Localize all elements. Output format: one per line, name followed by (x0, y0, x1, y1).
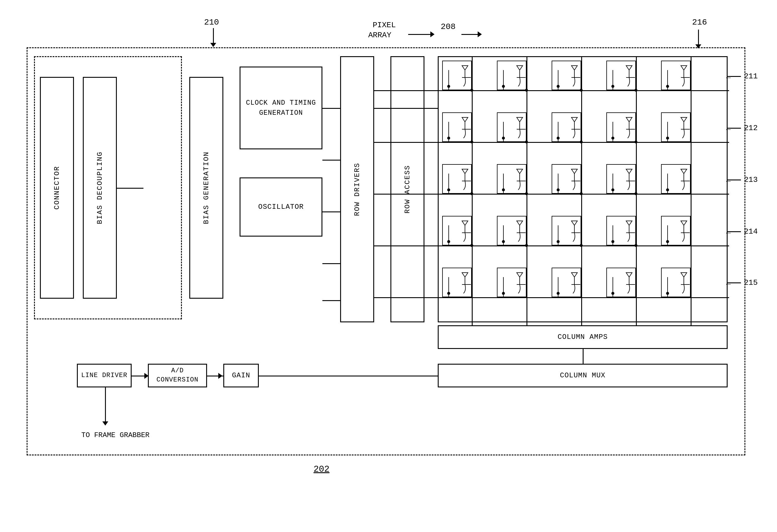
pixel-r5c4 (606, 268, 636, 297)
svg-point-79 (447, 240, 450, 243)
column-mux-block: COLUMN MUX (438, 364, 728, 387)
svg-marker-25 (462, 117, 468, 122)
svg-marker-90 (626, 221, 632, 225)
arrow-212: ← (726, 125, 731, 134)
svg-marker-80 (517, 221, 523, 225)
svg-marker-10 (571, 65, 577, 70)
arrow-213: ← (726, 177, 731, 186)
ref-216: 216 (692, 18, 707, 27)
arrow-215: ← (726, 280, 731, 289)
ref-213: 213 (744, 175, 758, 184)
svg-marker-0 (462, 65, 468, 70)
pixel-r5c1 (442, 268, 472, 297)
svg-point-119 (612, 292, 614, 295)
svg-point-34 (502, 137, 505, 140)
svg-marker-50 (462, 169, 468, 173)
pixel-r5c2 (497, 268, 527, 297)
svg-marker-65 (626, 169, 632, 173)
svg-marker-55 (517, 169, 523, 173)
svg-point-54 (447, 188, 450, 191)
ref-211: 211 (744, 72, 758, 81)
pixel-array-label: PIXEL (373, 21, 396, 29)
connector-block: CONNECTOR (40, 77, 74, 299)
arrow-211: ← (726, 73, 731, 82)
svg-point-69 (612, 188, 614, 191)
svg-marker-100 (462, 273, 468, 277)
bias-generation-block: BIAS GENERATION (189, 77, 223, 299)
pixel-r3c1 (442, 164, 472, 194)
row-access-block: ROW ACCESS (391, 56, 424, 322)
svg-marker-5 (517, 65, 523, 70)
svg-point-39 (557, 137, 560, 140)
svg-marker-70 (681, 169, 687, 173)
row-drivers-block: ROW DRIVERS (340, 56, 374, 322)
pixel-r3c3 (552, 164, 581, 194)
frame-grabber-label: TO FRAME GRABBER (81, 430, 149, 440)
arrow-214: ← (726, 229, 731, 238)
pixel-r4c1 (442, 216, 472, 245)
svg-point-59 (502, 188, 505, 191)
pixel-r3c5 (661, 164, 691, 194)
svg-point-44 (612, 137, 614, 140)
svg-marker-110 (571, 273, 577, 277)
pixel-r4c5 (661, 216, 691, 245)
svg-point-29 (447, 137, 450, 140)
pixel-r1c2 (497, 60, 527, 90)
ref-215: 215 (744, 278, 758, 287)
line-driver-block: LINE DRIVER (77, 364, 132, 387)
pixel-r4c4 (606, 216, 636, 245)
svg-marker-45 (681, 117, 687, 122)
pixel-r2c3 (552, 112, 581, 142)
oscillator-block: OSCILLATOR (240, 177, 322, 237)
svg-point-74 (666, 188, 669, 191)
svg-point-19 (612, 85, 614, 88)
svg-point-24 (666, 85, 669, 88)
pixel-r4c2 (497, 216, 527, 245)
pixel-r5c3 (552, 268, 581, 297)
svg-marker-115 (626, 273, 632, 277)
svg-marker-105 (517, 273, 523, 277)
pixel-array-label2: ARRAY (368, 31, 391, 40)
svg-point-124 (666, 292, 669, 295)
ad-conversion-block: A/D CONVERSION (148, 364, 207, 387)
ref-202: 202 (314, 464, 330, 474)
pixel-r2c2 (497, 112, 527, 142)
svg-marker-15 (626, 65, 632, 70)
pixel-r5c5 (661, 268, 691, 297)
ref-214: 214 (744, 227, 758, 236)
svg-marker-60 (571, 169, 577, 173)
svg-marker-75 (462, 221, 468, 225)
gain-block: GAIN (223, 364, 259, 387)
pixel-r2c5 (661, 112, 691, 142)
ref-212: 212 (744, 124, 758, 132)
svg-marker-40 (626, 117, 632, 122)
svg-point-9 (502, 85, 505, 88)
svg-point-114 (557, 292, 560, 295)
svg-point-49 (666, 137, 669, 140)
pixel-r1c5 (661, 60, 691, 90)
svg-point-84 (502, 240, 505, 243)
pixel-r1c3 (552, 60, 581, 90)
pixel-r4c3 (552, 216, 581, 245)
svg-marker-85 (571, 221, 577, 225)
column-amps-block: COLUMN AMPS (438, 325, 728, 349)
svg-point-14 (557, 85, 560, 88)
svg-point-89 (557, 240, 560, 243)
bias-decoupling-block: BIAS DECOUPLING (83, 77, 117, 299)
svg-marker-30 (517, 117, 523, 122)
pixel-r1c4 (606, 60, 636, 90)
clock-timing-block: CLOCK AND TIMING GENERATION (240, 66, 322, 149)
pixel-r3c4 (606, 164, 636, 194)
pixel-r1c1 (442, 60, 472, 90)
svg-point-64 (557, 188, 560, 191)
svg-point-104 (447, 292, 450, 295)
svg-point-109 (502, 292, 505, 295)
svg-point-99 (666, 240, 669, 243)
pixel-r2c1 (442, 112, 472, 142)
ref-208: 208 (441, 22, 455, 31)
svg-point-4 (447, 85, 450, 88)
svg-marker-120 (681, 273, 687, 277)
svg-marker-35 (571, 117, 577, 122)
pixel-r2c4 (606, 112, 636, 142)
ref-210: 210 (204, 18, 219, 27)
